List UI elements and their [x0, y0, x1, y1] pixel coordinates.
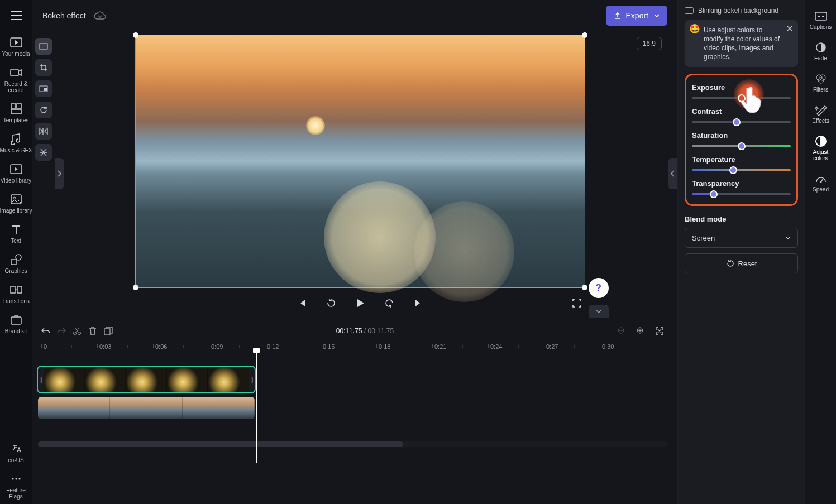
undo-button[interactable]: [38, 323, 54, 339]
aspect-ratio-pill[interactable]: 16:9: [637, 37, 662, 50]
delete-button[interactable]: [85, 323, 101, 339]
rail-record[interactable]: Record & create: [0, 61, 32, 98]
temperature-slider[interactable]: [692, 169, 791, 171]
timeline-scroll-thumb[interactable]: [38, 441, 403, 447]
expand-right-tab[interactable]: [668, 158, 677, 189]
text-icon: [9, 223, 23, 236]
skip-fwd-button[interactable]: [410, 295, 427, 311]
contrast-thumb[interactable]: [733, 118, 741, 126]
fit-tool[interactable]: [35, 38, 52, 55]
rrail-fade[interactable]: Fade: [805, 36, 837, 67]
rail-locale[interactable]: en-US: [0, 438, 32, 468]
cloud-sync-icon[interactable]: [94, 11, 106, 20]
exposure-thumb[interactable]: [738, 94, 746, 102]
flip-h-tool[interactable]: [35, 123, 52, 140]
rail-graphics[interactable]: Graphics: [0, 248, 32, 279]
resize-handle-tr[interactable]: [582, 32, 587, 38]
rail-image-library[interactable]: Image library: [0, 188, 32, 218]
svg-rect-21: [104, 329, 110, 335]
zoom-in-button[interactable]: [633, 323, 648, 339]
fullscreen-button[interactable]: [569, 295, 585, 311]
blend-mode-label: Blend mode: [685, 215, 798, 223]
help-button[interactable]: ?: [589, 278, 609, 298]
rail-transitions[interactable]: Transitions: [0, 279, 32, 309]
undo-icon: [726, 260, 734, 267]
svg-point-31: [820, 181, 821, 183]
forward-button[interactable]: [381, 295, 398, 311]
svg-rect-8: [11, 260, 16, 265]
clip-bokeh[interactable]: || ||: [38, 367, 255, 392]
svg-point-14: [15, 478, 17, 479]
dots-icon: [9, 472, 23, 486]
pip-tool[interactable]: [35, 80, 52, 97]
shapes-icon: [9, 253, 23, 266]
svg-point-20: [78, 332, 81, 335]
contrast-slider[interactable]: [692, 121, 791, 123]
rail-brand[interactable]: Brand kit: [0, 309, 32, 339]
svg-rect-24: [685, 8, 694, 14]
music-icon: [9, 132, 23, 146]
play-button[interactable]: [352, 295, 369, 311]
tip-emoji-icon: 🤩: [689, 25, 700, 33]
clip-sunset[interactable]: [38, 397, 255, 419]
rail-text[interactable]: Text: [0, 218, 32, 248]
saturation-slider[interactable]: [692, 145, 791, 147]
media-icon: [9, 36, 23, 49]
rail-feature-flags[interactable]: Feature Flags: [0, 468, 32, 504]
menu-button[interactable]: [6, 6, 26, 26]
playbar: ?: [135, 288, 585, 316]
preview-canvas[interactable]: [135, 35, 585, 288]
fade-icon: [815, 41, 827, 54]
flip-v-tool[interactable]: [35, 144, 52, 161]
temperature-thumb[interactable]: [729, 166, 737, 174]
rail-your-media[interactable]: Your media: [0, 31, 32, 61]
split-button[interactable]: [69, 323, 85, 339]
svg-rect-25: [815, 12, 827, 20]
saturation-thumb[interactable]: [738, 142, 746, 150]
templates-icon: [9, 102, 23, 116]
resize-handle-tl[interactable]: [133, 32, 138, 38]
canvas-toolbar: [32, 31, 55, 316]
transparency-thumb[interactable]: [710, 190, 718, 198]
svg-rect-3: [17, 104, 21, 108]
zoom-out-button[interactable]: [614, 323, 629, 339]
tip-box: 🤩 Use adjust colors to modify the color …: [685, 20, 798, 67]
skip-back-button[interactable]: [294, 295, 310, 311]
playhead[interactable]: [256, 351, 257, 463]
redo-button[interactable]: [54, 323, 69, 339]
main-column: Bokeh effect Export: [32, 0, 677, 504]
image-icon: [9, 193, 23, 206]
rrail-speed[interactable]: Speed: [805, 167, 837, 198]
rail-video-library[interactable]: Video library: [0, 158, 32, 188]
exposure-slider[interactable]: [692, 97, 791, 99]
export-button[interactable]: Export: [606, 6, 667, 26]
rail-music[interactable]: Music & SFX: [0, 128, 32, 158]
transparency-slider[interactable]: [692, 193, 791, 195]
exposure-label: Exposure: [692, 83, 791, 92]
tip-close-button[interactable]: [785, 23, 795, 33]
temperature-label: Temperature: [692, 155, 791, 164]
rewind-button[interactable]: [323, 295, 340, 311]
clip-grip-right[interactable]: ||: [249, 367, 255, 392]
rrail-adjust-colors[interactable]: Adjust colors: [805, 129, 837, 167]
timeline-section: 00:11.75 / 00:11.75 0 0:03 0:06 0:09 0:1…: [32, 316, 677, 504]
rrail-filters[interactable]: Filters: [805, 67, 837, 98]
rrail-effects[interactable]: Effects: [805, 98, 837, 129]
rotate-tool[interactable]: [35, 102, 52, 118]
rrail-captions[interactable]: Captions: [805, 4, 837, 36]
right-rail: Captions Fade Filters Effects Adjust col…: [805, 0, 836, 504]
crop-tool[interactable]: [35, 59, 52, 76]
reset-button[interactable]: Reset: [685, 253, 798, 273]
zoom-fit-button[interactable]: [652, 323, 667, 339]
blend-mode-select[interactable]: Screen: [685, 228, 798, 248]
svg-rect-16: [40, 44, 47, 49]
contrast-label: Contrast: [692, 107, 791, 116]
duplicate-button[interactable]: [101, 323, 116, 339]
clip-grip-left[interactable]: ||: [38, 367, 44, 392]
svg-rect-18: [44, 88, 47, 91]
collapse-timeline-button[interactable]: [589, 305, 609, 318]
timeline-ruler[interactable]: 0 0:03 0:06 0:09 0:12 0:15 0:18 0:21 0:2…: [38, 343, 667, 357]
timeline-scrollbar[interactable]: [38, 441, 667, 447]
project-title[interactable]: Bokeh effect: [42, 11, 86, 20]
rail-templates[interactable]: Templates: [0, 98, 32, 128]
